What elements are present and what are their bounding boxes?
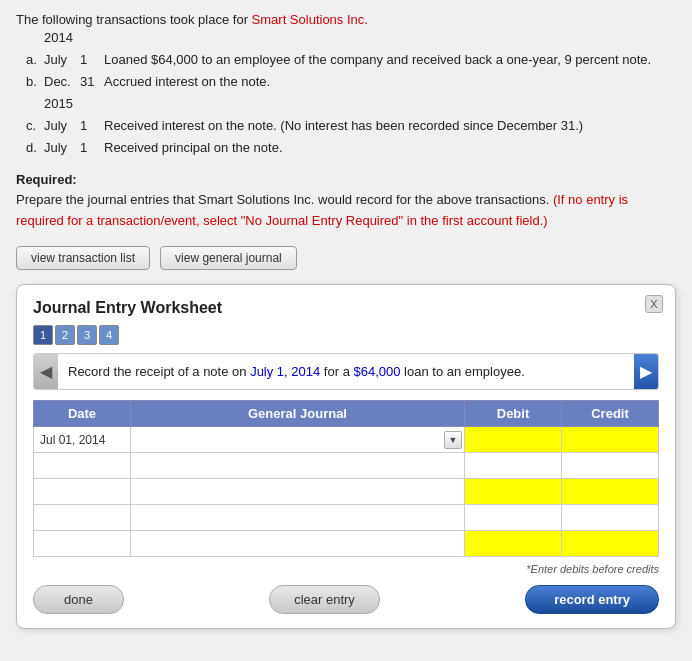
intro-text: The following transactions took place fo… <box>16 12 676 27</box>
debit-cell-5[interactable] <box>465 531 562 557</box>
debit-input-3[interactable] <box>465 483 561 501</box>
date-cell-4 <box>34 505 131 531</box>
header-date: Date <box>34 401 131 427</box>
month-d: July <box>44 137 80 159</box>
gj-input-2[interactable] <box>131 457 444 475</box>
view-general-journal-button[interactable]: view general journal <box>160 246 297 270</box>
description-row: ◀ Record the receipt of a note on July 1… <box>33 353 659 391</box>
letter-d: d. <box>26 137 44 159</box>
company-name: Smart Solutions Inc. <box>252 12 368 27</box>
month-a: July <box>44 49 80 71</box>
table-row <box>34 505 659 531</box>
date-cell-5 <box>34 531 131 557</box>
description-text: Record the receipt of a note on July 1, … <box>58 354 634 390</box>
gj-cell-1[interactable]: ▼ <box>130 427 464 453</box>
table-row <box>34 453 659 479</box>
transaction-a: a. July 1 Loaned $64,000 to an employee … <box>26 49 676 71</box>
date-cell-3 <box>34 479 131 505</box>
header-debit: Debit <box>465 401 562 427</box>
page-tabs: 1 2 3 4 <box>33 325 659 345</box>
dropdown-arrow-1[interactable]: ▼ <box>444 431 462 449</box>
credit-cell-5[interactable] <box>561 531 658 557</box>
close-button[interactable]: X <box>645 295 663 313</box>
gj-input-4[interactable] <box>131 509 444 527</box>
view-transaction-list-button[interactable]: view transaction list <box>16 246 150 270</box>
desc-c: Received interest on the note. (No inter… <box>104 115 676 137</box>
required-section: Required: Prepare the journal entries th… <box>16 170 676 232</box>
worksheet-title: Journal Entry Worksheet <box>33 299 659 317</box>
letter-b: b. <box>26 71 44 93</box>
month-c: July <box>44 115 80 137</box>
debit-cell-2[interactable] <box>465 453 562 479</box>
day-d: 1 <box>80 137 104 159</box>
day-c: 1 <box>80 115 104 137</box>
gj-cell-5[interactable] <box>130 531 464 557</box>
tab-3[interactable]: 3 <box>77 325 97 345</box>
debit-cell-1[interactable] <box>465 427 562 453</box>
gj-input-1[interactable] <box>131 431 444 449</box>
prev-arrow-button[interactable]: ◀ <box>34 354 58 390</box>
table-row: Jul 01, 2014 ▼ <box>34 427 659 453</box>
header-credit: Credit <box>561 401 658 427</box>
transaction-c: c. July 1 Received interest on the note.… <box>26 115 676 137</box>
transaction-d: d. July 1 Received principal on the note… <box>26 137 676 159</box>
day-b: 31 <box>80 71 104 93</box>
credit-input-1[interactable] <box>562 431 658 449</box>
date-cell-1: Jul 01, 2014 <box>34 427 131 453</box>
tab-4[interactable]: 4 <box>99 325 119 345</box>
debit-input-1[interactable] <box>465 431 561 449</box>
credit-cell-4[interactable] <box>561 505 658 531</box>
journal-table: Date General Journal Debit Credit Jul 01… <box>33 400 659 557</box>
required-text: Prepare the journal entries that Smart S… <box>16 192 549 207</box>
gj-input-5[interactable] <box>131 535 444 553</box>
desc-highlight-amount: $64,000 <box>353 364 400 379</box>
debit-input-5[interactable] <box>465 535 561 553</box>
credit-cell-1[interactable] <box>561 427 658 453</box>
desc-highlight-date: July 1, 2014 <box>250 364 320 379</box>
month-b: Dec. <box>44 71 80 93</box>
gj-cell-3[interactable] <box>130 479 464 505</box>
gj-input-3[interactable] <box>131 483 444 501</box>
transaction-b: b. Dec. 31 Accrued interest on the note. <box>26 71 676 93</box>
table-row <box>34 531 659 557</box>
credit-cell-2[interactable] <box>561 453 658 479</box>
debit-cell-4[interactable] <box>465 505 562 531</box>
header-general-journal: General Journal <box>130 401 464 427</box>
credit-input-3[interactable] <box>562 483 658 501</box>
gj-cell-4[interactable] <box>130 505 464 531</box>
desc-a: Loaned $64,000 to an employee of the com… <box>104 49 676 71</box>
top-button-row: view transaction list view general journ… <box>16 246 676 270</box>
day-a: 1 <box>80 49 104 71</box>
debit-cell-3[interactable] <box>465 479 562 505</box>
desc-b: Accrued interest on the note. <box>104 71 676 93</box>
credit-cell-3[interactable] <box>561 479 658 505</box>
hint-text: *Enter debits before credits <box>33 563 659 575</box>
credit-input-5[interactable] <box>562 535 658 553</box>
clear-entry-button[interactable]: clear entry <box>269 585 380 614</box>
done-button[interactable]: done <box>33 585 124 614</box>
worksheet-container: X Journal Entry Worksheet 1 2 3 4 ◀ Reco… <box>16 284 676 630</box>
letter-c: c. <box>26 115 44 137</box>
next-arrow-button[interactable]: ▶ <box>634 354 658 390</box>
tab-1[interactable]: 1 <box>33 325 53 345</box>
required-label: Required: <box>16 172 77 187</box>
year-2015: 2015 <box>44 93 676 115</box>
record-entry-button[interactable]: record entry <box>525 585 659 614</box>
desc-d: Received principal on the note. <box>104 137 676 159</box>
transactions-section: 2014 a. July 1 Loaned $64,000 to an empl… <box>16 27 676 160</box>
letter-a: a. <box>26 49 44 71</box>
year-2014: 2014 <box>44 27 676 49</box>
footer-button-row: done clear entry record entry <box>33 585 659 614</box>
credit-input-4[interactable] <box>562 509 658 527</box>
tab-2[interactable]: 2 <box>55 325 75 345</box>
debit-input-4[interactable] <box>465 509 561 527</box>
gj-cell-2[interactable] <box>130 453 464 479</box>
date-cell-2 <box>34 453 131 479</box>
table-row <box>34 479 659 505</box>
credit-input-2[interactable] <box>562 457 658 475</box>
debit-input-2[interactable] <box>465 457 561 475</box>
